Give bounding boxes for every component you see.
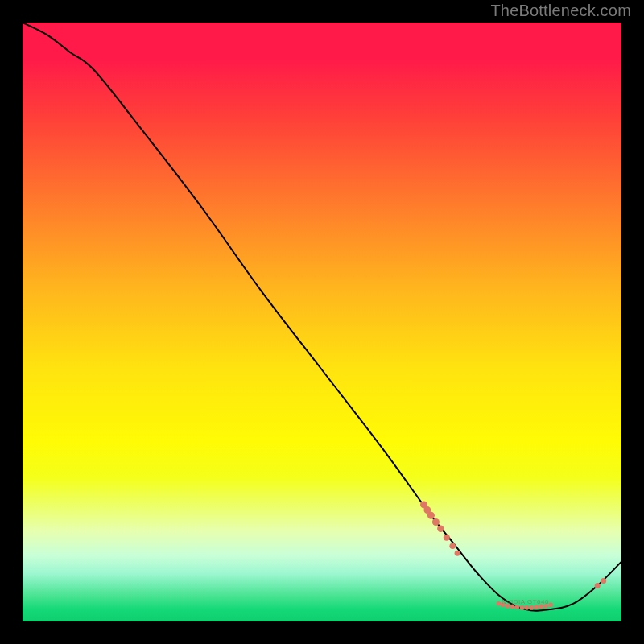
data-point	[601, 578, 606, 584]
data-point	[444, 535, 450, 541]
data-point	[427, 512, 435, 519]
chart-stage: TheBottleneck.com NVIDIA GT640	[0, 0, 644, 644]
plot-area: NVIDIA GT640	[23, 23, 621, 621]
data-point	[520, 605, 525, 610]
bottleneck-curve	[23, 23, 621, 611]
data-point	[501, 602, 506, 607]
chart-svg	[23, 23, 621, 621]
data-point	[530, 605, 535, 610]
data-point	[548, 602, 553, 607]
watermark-text: TheBottleneck.com	[490, 2, 631, 20]
data-point	[525, 605, 530, 610]
data-point	[539, 605, 544, 609]
data-point	[506, 604, 510, 609]
data-point	[437, 526, 444, 532]
data-point	[535, 605, 539, 609]
data-markers	[420, 501, 606, 609]
data-point	[497, 601, 502, 606]
data-point	[510, 605, 515, 609]
data-point	[432, 518, 440, 526]
data-point	[515, 605, 520, 609]
data-point	[455, 551, 460, 556]
data-point	[544, 604, 549, 609]
data-point	[449, 543, 456, 550]
data-point	[595, 583, 601, 588]
